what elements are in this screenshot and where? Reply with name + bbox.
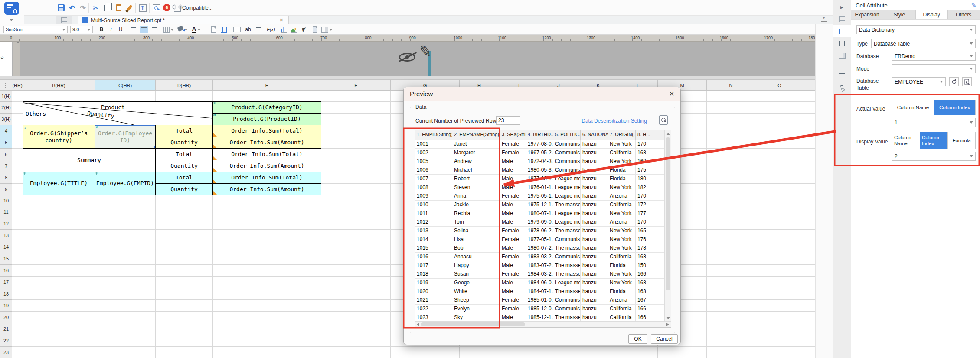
cell-total-1[interactable]: Total xyxy=(155,125,213,137)
cell-sum-total-1[interactable]: Order Info.Sum(Total) xyxy=(212,125,321,137)
scroll-right-icon[interactable] xyxy=(666,323,669,326)
segment-column-name[interactable]: Column Name xyxy=(892,100,934,115)
row-header-19[interactable]: 19 xyxy=(0,299,12,312)
ab-text-button[interactable]: ab xyxy=(244,26,252,33)
table-row[interactable]: 1001JanetFemale1977-08-0...Communis...ha… xyxy=(415,140,671,149)
scroll-down-icon[interactable] xyxy=(666,317,670,319)
row-header-10[interactable]: 10 xyxy=(0,195,12,206)
row-header-16[interactable]: 16 xyxy=(0,264,12,277)
row-header-5[interactable]: 5 xyxy=(0,137,12,149)
widget-settings-tool[interactable] xyxy=(833,49,851,62)
table-row[interactable]: 1022EvelynFemale1985-12-0...Communis...h… xyxy=(415,305,671,313)
row-header-2(H)[interactable]: 2(H) xyxy=(0,101,12,114)
cell-emp-title[interactable]: Employee.G(TITLE)✻ xyxy=(23,172,95,195)
float-element-tool[interactable] xyxy=(833,37,851,49)
cell-product-id[interactable]: Product.G(ProductID)✻ xyxy=(212,113,321,125)
table-row[interactable]: 1012TomMale1979-09-0...League me...hanzu… xyxy=(415,218,671,227)
preview-col-header[interactable]: 5. POLITIC... xyxy=(553,130,581,140)
borders-button[interactable] xyxy=(163,26,174,33)
dialog-close-icon[interactable]: × xyxy=(669,89,674,99)
table-row[interactable]: 1006MichaelMale1980-05-3...Communis...ha… xyxy=(415,166,671,175)
insert-table-button[interactable] xyxy=(219,26,228,33)
line-spacing-button[interactable] xyxy=(254,26,263,33)
cell-category-id[interactable]: Product.G(CategoryID)✻ xyxy=(212,101,321,114)
copy-button[interactable] xyxy=(102,3,112,13)
tab-display[interactable]: Display xyxy=(916,10,948,19)
underline-button[interactable]: U xyxy=(116,26,125,33)
vertical-scrollbar[interactable] xyxy=(664,130,671,322)
column-header-F[interactable]: F xyxy=(321,80,391,91)
horizontal-scrollbar[interactable] xyxy=(415,321,671,327)
row-header-11[interactable]: 11 xyxy=(0,206,12,218)
column-header-N[interactable]: N xyxy=(706,80,755,91)
table-row[interactable]: 1014LisaFemale1977-05-1...Communis...han… xyxy=(415,235,671,244)
cell-quantity-1[interactable]: Quantity xyxy=(155,137,213,149)
column-header-B(HR)[interactable]: B(HR) xyxy=(23,80,95,91)
logo-chevron-down-icon[interactable] xyxy=(10,19,13,21)
type-select[interactable]: Database Table xyxy=(871,39,976,48)
data-preview-doc-icon[interactable] xyxy=(659,115,668,125)
ok-button[interactable]: OK xyxy=(628,334,647,344)
refresh-button[interactable] xyxy=(949,77,959,86)
segment-column-index[interactable]: Column Index xyxy=(934,100,975,115)
save-button[interactable] xyxy=(56,3,66,13)
cell-attribute-tool[interactable] xyxy=(833,25,851,37)
preview-col-header[interactable]: 4. BIRTHD... xyxy=(526,130,553,140)
cell-sum-total-3[interactable]: Order Info.Sum(Total) xyxy=(212,172,321,184)
row-header-20[interactable]: 20 xyxy=(0,311,12,323)
table-row[interactable]: 1017HappyMale1983-07-2...The masseshanzu… xyxy=(415,261,671,270)
database-table-select[interactable]: EMPLOYEE xyxy=(892,77,946,86)
format-painter-button[interactable] xyxy=(125,3,134,13)
column-header-E[interactable]: E xyxy=(212,80,321,91)
redo-button[interactable]: ↷ xyxy=(78,3,88,13)
row-header-3(H)[interactable]: 3(H) xyxy=(0,113,12,125)
preview-rows-input[interactable] xyxy=(496,116,520,125)
column-header-O[interactable]: O xyxy=(755,80,804,91)
preview-col-header[interactable]: 3. SEX(Stri... xyxy=(500,130,526,140)
notification-badge[interactable]: 6 xyxy=(163,4,170,11)
table-row[interactable]: 1009AnnaFemale1975-05-1...League me...ha… xyxy=(415,192,671,201)
bold-button[interactable]: B xyxy=(97,26,106,33)
segment-formula[interactable]: Formula xyxy=(948,132,975,149)
scroll-left-icon[interactable] xyxy=(417,323,419,326)
data-desensitization-link[interactable]: Data Desensitization Setting xyxy=(581,118,647,124)
segment-column-index[interactable]: Column Index xyxy=(920,132,948,149)
cell-total-2[interactable]: Total xyxy=(155,148,213,160)
row-header-6[interactable]: 6 xyxy=(0,148,12,160)
preview-col-header[interactable]: 2. EMPNAME(String) xyxy=(452,130,500,140)
tab-expansion[interactable]: Expansion xyxy=(851,10,883,19)
text-style-button[interactable]: T xyxy=(138,3,147,13)
preview-col-header[interactable]: 1. EMPID(String) xyxy=(415,130,452,140)
tab-close-icon[interactable]: × xyxy=(280,16,283,23)
combo-widget-button[interactable] xyxy=(321,26,333,33)
dialog-title-bar[interactable]: Preview × xyxy=(404,87,680,101)
row-header-8[interactable]: 8 xyxy=(0,172,12,184)
cell-sum-amount-3[interactable]: Order Info.Sum(Amount) xyxy=(212,183,321,195)
cell-quantity-2[interactable]: Quantity xyxy=(155,160,213,172)
insert-chart-button[interactable] xyxy=(279,26,288,33)
row-header-23[interactable]: 23 xyxy=(0,346,12,358)
row-header-14[interactable]: 14 xyxy=(0,241,12,253)
compatible-label[interactable]: Compatible... xyxy=(182,5,213,11)
table-row[interactable]: 1013SelinaFemale1978-06-2...The massesha… xyxy=(415,227,671,235)
cut-button[interactable]: ✂ xyxy=(91,3,101,13)
undo-button[interactable]: ↶ xyxy=(67,3,77,13)
fill-color-button[interactable] xyxy=(177,26,188,33)
font-family-select[interactable]: SimSun xyxy=(3,26,68,33)
pencil-icon[interactable]: ✎ xyxy=(418,42,433,62)
preview-col-header[interactable]: 8. H... xyxy=(636,130,665,140)
row-header-1(H)[interactable]: 1(H) xyxy=(0,90,12,102)
cell-quantity-3[interactable]: Quantity xyxy=(155,183,213,195)
cell-shippers-country[interactable]: Order.G(Shipper’s country)↓ xyxy=(23,125,95,149)
text-widget-button[interactable] xyxy=(232,26,242,33)
align-left-button[interactable] xyxy=(129,26,138,33)
display-index-select[interactable]: 2 xyxy=(892,152,976,161)
align-right-button[interactable] xyxy=(150,26,159,33)
tab-others[interactable]: Others xyxy=(948,10,980,19)
table-row[interactable]: 1011RechiaMale1980-07-1...League me...ha… xyxy=(415,209,671,218)
table-row[interactable]: 1020WhiteMale1984-07-1...The masseshanzu… xyxy=(415,287,671,296)
table-preview-button[interactable] xyxy=(962,77,972,86)
subreport-button[interactable] xyxy=(310,26,319,33)
compatible-mode-button[interactable] xyxy=(173,3,182,13)
font-size-select[interactable]: 9.0 xyxy=(70,26,93,33)
